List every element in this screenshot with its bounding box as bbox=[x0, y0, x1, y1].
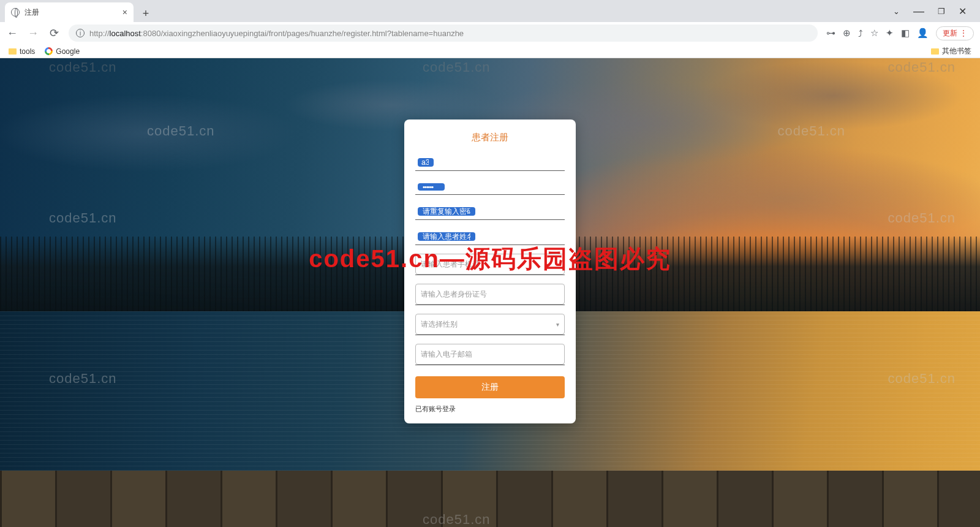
side-panel-icon[interactable]: ◧ bbox=[901, 28, 910, 39]
name-field-wrap bbox=[415, 229, 565, 245]
globe-icon bbox=[11, 8, 20, 17]
extensions-icon[interactable]: ✦ bbox=[886, 28, 894, 39]
google-icon bbox=[45, 47, 53, 55]
page-content: code51.cn code51.cn code51.cn code51.cn … bbox=[0, 58, 980, 527]
bookmark-google[interactable]: Google bbox=[45, 47, 80, 56]
bookmark-other[interactable]: 其他书签 bbox=[931, 46, 971, 56]
confirm-field-wrap bbox=[415, 203, 565, 220]
forward-button[interactable]: → bbox=[27, 27, 39, 39]
url-bar[interactable]: i http://localhost:8080/xiaoxingzhenliao… bbox=[69, 25, 818, 42]
folder-icon bbox=[9, 48, 17, 55]
username-field-wrap bbox=[415, 154, 565, 171]
confirm-password-input[interactable] bbox=[418, 207, 475, 216]
bookmark-icon[interactable]: ☆ bbox=[870, 28, 878, 39]
address-actions: ⊶ ⊕ ⤴ ☆ ✦ ◧ 👤 更新⋮ bbox=[826, 26, 974, 40]
address-row: ← → ⟳ i http://localhost:8080/xiaoxingzh… bbox=[0, 22, 980, 44]
folder-icon bbox=[931, 48, 939, 55]
chevron-down-icon[interactable]: ⌄ bbox=[893, 7, 900, 16]
close-window-icon[interactable]: ✕ bbox=[959, 6, 967, 17]
site-info-icon[interactable]: i bbox=[76, 29, 85, 37]
register-card: 患者注册 请选择性别 ▾ 注册 已有账号登录 bbox=[404, 119, 576, 423]
maximize-icon[interactable]: ❐ bbox=[938, 7, 945, 16]
key-icon[interactable]: ⊶ bbox=[826, 28, 835, 39]
patient-name-input[interactable] bbox=[418, 232, 475, 241]
username-input[interactable] bbox=[418, 158, 434, 167]
phone-field-wrap bbox=[415, 254, 565, 275]
background-dock bbox=[0, 471, 980, 527]
login-link[interactable]: 已有账号登录 bbox=[415, 404, 565, 414]
bookmark-tools[interactable]: tools bbox=[9, 47, 35, 56]
browser-chrome: 注册 × + ⌄ — ❐ ✕ ← → ⟳ i http://localhost:… bbox=[0, 0, 980, 58]
share-icon[interactable]: ⤴ bbox=[858, 28, 863, 39]
zoom-icon[interactable]: ⊕ bbox=[843, 28, 851, 39]
gender-field-wrap: 请选择性别 ▾ bbox=[415, 314, 565, 335]
form-title: 患者注册 bbox=[415, 132, 565, 143]
idcard-field-wrap bbox=[415, 284, 565, 305]
gender-select[interactable]: 请选择性别 ▾ bbox=[415, 314, 565, 335]
chevron-down-icon: ▾ bbox=[556, 321, 559, 328]
profile-icon[interactable]: 👤 bbox=[917, 28, 929, 39]
minimize-icon[interactable]: — bbox=[913, 5, 924, 18]
bookmarks-bar: tools Google 其他书签 bbox=[0, 44, 980, 58]
window-controls: ⌄ — ❐ ✕ bbox=[893, 0, 975, 22]
email-input[interactable] bbox=[415, 344, 565, 365]
idcard-input[interactable] bbox=[415, 284, 565, 305]
phone-input[interactable] bbox=[415, 254, 565, 275]
password-input[interactable] bbox=[418, 183, 445, 191]
gender-placeholder: 请选择性别 bbox=[421, 319, 458, 330]
tab-title: 注册 bbox=[24, 7, 39, 18]
url-text: http://localhost:8080/xiaoxingzhenliaoyu… bbox=[89, 29, 464, 38]
update-button[interactable]: 更新⋮ bbox=[936, 26, 974, 40]
browser-tab[interactable]: 注册 × bbox=[5, 2, 134, 22]
email-field-wrap bbox=[415, 344, 565, 365]
back-button[interactable]: ← bbox=[6, 27, 18, 39]
tab-bar: 注册 × + ⌄ — ❐ ✕ bbox=[0, 0, 980, 22]
reload-button[interactable]: ⟳ bbox=[48, 27, 60, 39]
register-button[interactable]: 注册 bbox=[415, 376, 565, 398]
close-icon[interactable]: × bbox=[123, 7, 127, 17]
new-tab-button[interactable]: + bbox=[137, 5, 154, 22]
password-field-wrap bbox=[415, 180, 565, 195]
